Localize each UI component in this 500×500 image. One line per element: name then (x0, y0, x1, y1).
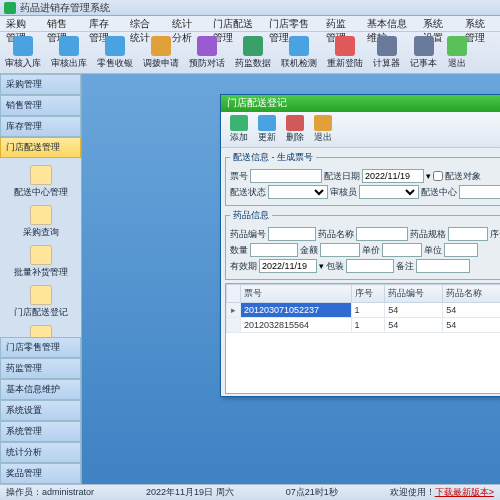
drug-name-input[interactable] (356, 227, 408, 241)
sidebar-group[interactable]: 系统管理 (0, 421, 81, 442)
drug-spec-input[interactable] (448, 227, 488, 241)
toolbar-icon (243, 36, 263, 56)
fieldset-legend: 药品信息 (230, 209, 272, 222)
table-row[interactable]: ▸2012030710522371545454 (227, 303, 501, 318)
sidebar-group[interactable]: 统计分析 (0, 442, 81, 463)
folder-icon (30, 285, 52, 305)
toolbar-icon (13, 36, 33, 56)
date-label: 配送日期 (324, 170, 360, 183)
calendar-icon[interactable]: ▾ (319, 261, 324, 271)
ticket-input[interactable] (250, 169, 322, 183)
column-header[interactable]: 药品名称 (443, 285, 500, 303)
dialog-title: 门店配送登记 (221, 95, 500, 112)
sidebar-group[interactable]: 门店零售管理 (0, 337, 81, 358)
amount-label: 金额 (300, 244, 318, 257)
state-label: 配送状态 (230, 186, 266, 199)
seq-label: 序号 (490, 228, 500, 241)
table-row[interactable]: 20120328155641545454 (227, 318, 501, 333)
status-bar: 操作员：administrator 2022年11月19日 周六 07点21时1… (0, 484, 500, 500)
dialog-toolbar-button[interactable]: 删除 (281, 115, 309, 144)
toolbar-button[interactable]: 审核出库 (46, 32, 92, 73)
app-icon (4, 2, 16, 14)
menu-item[interactable]: 系统设置 (417, 16, 458, 31)
menu-item[interactable]: 系统管理 (459, 16, 500, 31)
qty-input[interactable] (250, 243, 298, 257)
sidebar-group[interactable]: 门店配送管理 (0, 137, 81, 158)
remark-label: 备注 (396, 260, 414, 273)
delivery-date-input[interactable] (362, 169, 424, 183)
toolbar-button[interactable]: 调拨申请 (138, 32, 184, 73)
toolbar-button[interactable]: 药监数据 (230, 32, 276, 73)
drug-code-label: 药品编号 (230, 228, 266, 241)
column-header[interactable]: 药品编号 (385, 285, 443, 303)
status-welcome: 欢迎使用！ (390, 487, 435, 497)
sidebar-item[interactable]: 门店配送登记 (0, 282, 81, 322)
dialog-toolbar-button[interactable]: 更新 (253, 115, 281, 144)
toolbar-button[interactable]: 预防对话 (184, 32, 230, 73)
menu-item[interactable]: 综合统计 (124, 16, 165, 31)
sidebar-item[interactable]: 门店配送退货登记 (0, 322, 81, 337)
sidebar-group[interactable]: 基本信息维护 (0, 379, 81, 400)
delivery-info-fieldset: 配送信息 - 生成票号 票号 配送日期 ▾ 配送对象 匹 配送状态 审核员 (225, 151, 500, 206)
sidebar-group[interactable]: 采购管理 (0, 74, 81, 95)
sidebar-item[interactable]: 采购查询 (0, 202, 81, 242)
state-select[interactable] (268, 185, 328, 199)
download-link[interactable]: 下载最新版本> (435, 487, 494, 497)
toolbar-icon (377, 36, 397, 56)
sidebar-item[interactable]: 配送中心管理 (0, 162, 81, 202)
menu-item[interactable]: 门店零售管理 (263, 16, 319, 31)
dialog-toolbar-button[interactable]: 添加 (225, 115, 253, 144)
center-label: 配送中心 (421, 186, 457, 199)
valid-date-input[interactable] (259, 259, 317, 273)
menu-item[interactable]: 销售管理 (41, 16, 82, 31)
toolbar-button[interactable]: 记事本 (405, 32, 442, 73)
price-input[interactable] (382, 243, 422, 257)
amount-input[interactable] (320, 243, 360, 257)
sidebar-group[interactable]: 系统设置 (0, 400, 81, 421)
menu-item[interactable]: 采购管理 (0, 16, 41, 31)
column-header[interactable]: 票号 (241, 285, 352, 303)
drug-code-input[interactable] (268, 227, 316, 241)
sidebar-group[interactable]: 药监管理 (0, 358, 81, 379)
target-checkbox[interactable] (433, 171, 443, 181)
remark-input[interactable] (416, 259, 470, 273)
sidebar-group[interactable]: 库存管理 (0, 116, 81, 137)
toolbar-icon (447, 36, 467, 56)
column-header[interactable]: 序号 (351, 285, 385, 303)
calendar-icon[interactable]: ▾ (426, 171, 431, 181)
sidebar-item[interactable]: 批量补货管理 (0, 242, 81, 282)
toolbar-icon (289, 36, 309, 56)
valid-label: 有效期 (230, 260, 257, 273)
sidebar: 采购管理销售管理库存管理门店配送管理 配送中心管理采购查询批量补货管理门店配送登… (0, 74, 82, 484)
toolbar-button[interactable]: 重新登陆 (322, 32, 368, 73)
menu-bar: 采购管理销售管理库存管理综合统计统计分析门店配送管理门店零售管理药监管理基本信息… (0, 16, 500, 32)
toolbar-icon (151, 36, 171, 56)
menu-item[interactable]: 库存管理 (83, 16, 124, 31)
delivery-grid[interactable]: 票号序号药品编号药品名称药品规格▸20120307105223715454542… (225, 283, 500, 394)
toolbar-icon (59, 36, 79, 56)
center-select[interactable] (459, 185, 500, 199)
unit-input[interactable] (444, 243, 478, 257)
toolbar-icon (414, 36, 434, 56)
toolbar-button[interactable]: 退出 (442, 32, 472, 73)
folder-icon (30, 325, 52, 337)
auditor-select[interactable] (359, 185, 419, 199)
pack-label: 包装 (326, 260, 344, 273)
toolbar-button[interactable]: 审核入库 (0, 32, 46, 73)
toolbar-button[interactable]: 零售收银 (92, 32, 138, 73)
folder-icon (30, 205, 52, 225)
sidebar-group[interactable]: 销售管理 (0, 95, 81, 116)
toolbar-button[interactable]: 联机检测 (276, 32, 322, 73)
menu-item[interactable]: 基本信息维护 (361, 16, 417, 31)
toolbar-button[interactable]: 计算器 (368, 32, 405, 73)
sidebar-group[interactable]: 奖品管理 (0, 463, 81, 484)
menu-item[interactable]: 统计分析 (166, 16, 207, 31)
pack-input[interactable] (346, 259, 394, 273)
button-icon (314, 115, 332, 131)
auditor-label: 审核员 (330, 186, 357, 199)
menu-item[interactable]: 药监管理 (320, 16, 361, 31)
dialog-toolbar-button[interactable]: 退出 (309, 115, 337, 144)
menu-item[interactable]: 门店配送管理 (207, 16, 263, 31)
status-date: 2022年11月19日 周六 (146, 486, 234, 499)
main-toolbar: 审核入库审核出库零售收银调拨申请预防对话药监数据联机检测重新登陆计算器记事本退出 (0, 32, 500, 74)
